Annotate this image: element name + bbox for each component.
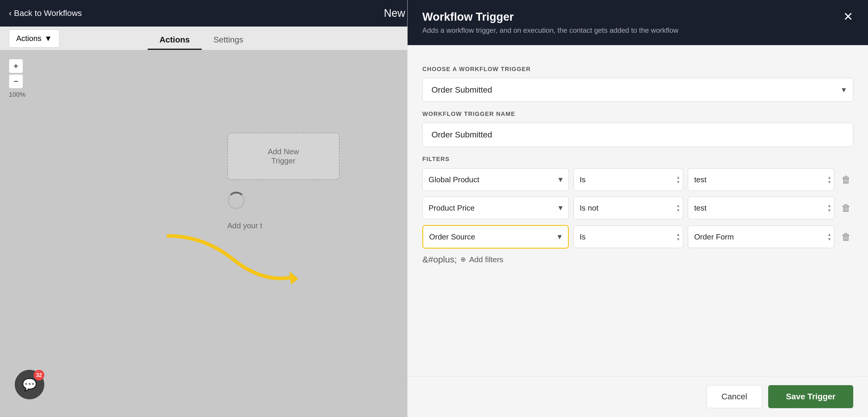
filter-value-select-1[interactable]: test	[688, 168, 834, 191]
choose-trigger-label: CHOOSE A WORKFLOW TRIGGER	[422, 66, 853, 73]
filter-delete-button-2[interactable]: 🗑	[839, 200, 853, 216]
filter-delete-button-1[interactable]: 🗑	[839, 172, 853, 187]
zoom-controls: + − 100%	[9, 59, 25, 99]
spinner-area	[227, 192, 251, 215]
panel-footer: Cancel Save Trigger	[408, 376, 868, 417]
add-filters-label: Add filters	[469, 255, 503, 264]
chevron-down-icon: ▼	[44, 34, 52, 43]
close-button[interactable]: ✕	[843, 11, 853, 23]
chat-icon: 💬	[22, 378, 37, 392]
filter-condition-select-3[interactable]: Is	[574, 225, 683, 248]
chat-badge: 32	[34, 370, 44, 380]
filter-field-wrap-2: Product Price ▼	[422, 197, 569, 219]
choose-trigger-row: Order Submitted ▼	[422, 78, 853, 102]
filter-condition-select-2[interactable]: Is not	[574, 197, 683, 219]
add-triggers-text: Add your t	[227, 221, 262, 230]
actions-label: Actions	[16, 34, 41, 43]
filter-value-select-2[interactable]: test	[688, 197, 834, 219]
save-trigger-button[interactable]: Save Trigger	[768, 385, 853, 408]
filter-field-select-2[interactable]: Product Price	[422, 197, 569, 219]
tab-settings[interactable]: Settings	[202, 35, 255, 50]
chat-widget[interactable]: 32 💬	[15, 370, 44, 399]
filter-condition-wrap-1: Is ▲ ▼	[574, 168, 683, 191]
filter-value-select-3[interactable]: Order Form	[688, 225, 834, 248]
zoom-percent: 100%	[9, 91, 25, 99]
filter-value-wrap-2: test ▲ ▼	[688, 197, 834, 219]
panel-subtitle: Adds a workflow trigger, and on executio…	[422, 26, 678, 35]
choose-trigger-select[interactable]: Order Submitted	[422, 78, 853, 102]
filter-delete-button-3[interactable]: 🗑	[839, 229, 853, 245]
trigger-name-input[interactable]	[422, 123, 853, 147]
filter-row-3: Order Source ▼ Is ▲ ▼	[422, 225, 853, 249]
zoom-out-button[interactable]: −	[9, 74, 23, 89]
filter-field-select-1[interactable]: Global Product	[422, 168, 569, 191]
filter-value-wrap-3: Order Form ▲ ▼	[688, 225, 834, 248]
panel-title-block: Workflow Trigger Adds a workflow trigger…	[422, 11, 678, 35]
filter-condition-select-1[interactable]: Is	[574, 168, 683, 191]
tab-actions[interactable]: Actions	[148, 35, 202, 50]
add-filters-icon-2: ⊕	[460, 256, 466, 263]
actions-button[interactable]: Actions ▼	[9, 30, 59, 47]
zoom-in-button[interactable]: +	[9, 59, 23, 73]
filter-field-wrap-3: Order Source ▼	[422, 225, 569, 249]
loading-spinner	[227, 192, 245, 209]
filters-label: FILTERS	[422, 156, 853, 163]
back-arrow-icon: ‹	[9, 8, 11, 18]
right-panel: Workflow Trigger Adds a workflow trigger…	[407, 0, 868, 417]
add-filters-link[interactable]: &#oplus; ⊕ Add filters	[422, 254, 853, 265]
add-trigger-box[interactable]: Add NewTrigger	[227, 133, 340, 180]
filter-row-2: Product Price ▼ Is not ▲ ▼	[422, 197, 853, 219]
add-trigger-label: Add NewTrigger	[268, 147, 299, 166]
back-label: Back to Workflows	[14, 8, 82, 18]
trigger-name-label: WORKFLOW TRIGGER NAME	[422, 111, 853, 117]
plus-circle-icon: &#oplus;	[422, 254, 457, 265]
panel-body: CHOOSE A WORKFLOW TRIGGER Order Submitte…	[408, 45, 868, 376]
filter-field-select-3[interactable]: Order Source	[423, 226, 568, 248]
panel-title: Workflow Trigger	[422, 11, 678, 23]
order-source-highlight-box: Order Source ▼	[422, 225, 569, 249]
filter-value-wrap-1: test ▲ ▼	[688, 168, 834, 191]
cancel-button[interactable]: Cancel	[707, 385, 762, 408]
filter-row-1: Global Product ▼ Is ▲ ▼ t	[422, 168, 853, 191]
filter-condition-wrap-2: Is not ▲ ▼	[574, 197, 683, 219]
back-link[interactable]: ‹ Back to Workflows	[9, 8, 82, 18]
filter-field-wrap-1: Global Product ▼	[422, 168, 569, 191]
filter-condition-wrap-3: Is ▲ ▼	[574, 225, 683, 248]
panel-header: Workflow Trigger Adds a workflow trigger…	[408, 0, 868, 45]
